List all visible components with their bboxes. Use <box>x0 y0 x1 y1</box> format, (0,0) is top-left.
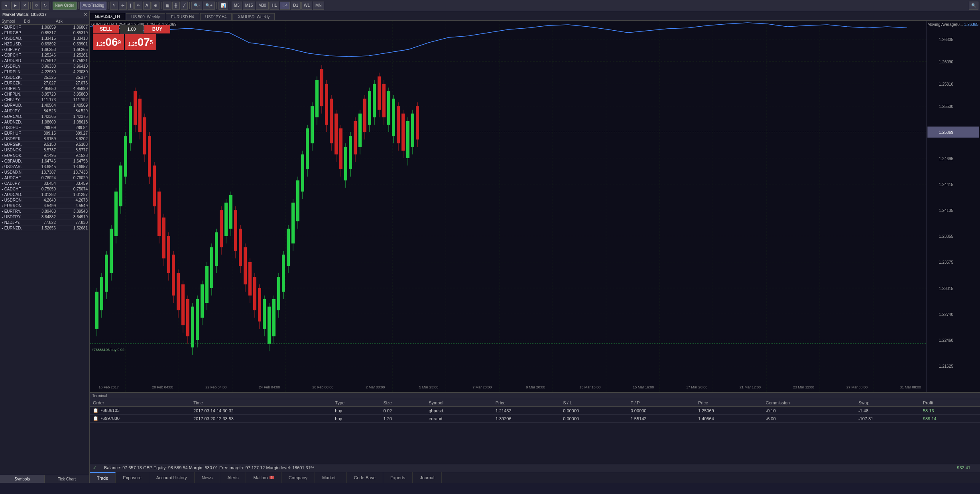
market-watch-row[interactable]: USDCZK. 25.325 25.374 <box>0 75 89 80</box>
svg-text:13 Mar 16:00: 13 Mar 16:00 <box>579 385 600 389</box>
mw-bid: 13.6845 <box>24 165 56 169</box>
bottom-tab-trade[interactable]: Trade <box>90 472 116 483</box>
bottom-tab-mailbox[interactable]: Mailbox 3 <box>246 472 281 483</box>
tf-m30[interactable]: M30 <box>256 2 268 10</box>
search-btn[interactable]: 🔍 <box>969 2 978 10</box>
bottom-tab-exposure[interactable]: Exposure <box>116 472 149 483</box>
text-tool[interactable]: A <box>143 2 151 10</box>
mw-ask: 13.6957 <box>56 165 88 169</box>
bottom-tabs: Trade Exposure Account History News Aler… <box>90 472 980 483</box>
draw-tool[interactable]: ✏ <box>134 2 142 10</box>
market-watch-row[interactable]: USDSEK. 8.9159 8.9202 <box>0 136 89 142</box>
market-watch-row[interactable]: AUDJPY. 84.526 84.529 <box>0 108 89 114</box>
market-watch-row[interactable]: EURPLN. 4.22930 4.23030 <box>0 69 89 75</box>
market-watch-row[interactable]: USDCAD. 1.33415 1.33418 <box>0 36 89 41</box>
market-watch-row[interactable]: GBPCHF. 1.25246 1.25261 <box>0 53 89 58</box>
market-watch-row[interactable]: EURHUF. 309.15 309.27 <box>0 131 89 136</box>
market-watch-row[interactable]: EURRON. 4.5499 4.5549 <box>0 203 89 209</box>
cursor-tool[interactable]: ↖ <box>110 2 118 10</box>
svg-rect-46 <box>129 106 132 143</box>
market-watch-row[interactable]: NZDUSD. 0.69892 0.69901 <box>0 41 89 47</box>
tf-m15[interactable]: M15 <box>243 2 255 10</box>
crosshair-tool[interactable]: ✛ <box>119 2 127 10</box>
tf-d1[interactable]: D1 <box>291 2 301 10</box>
market-watch-row[interactable]: GBPAUD. 1.64746 1.64758 <box>0 159 89 164</box>
market-watch-row[interactable]: USDPLN. 3.96330 3.96410 <box>0 64 89 69</box>
market-watch-row[interactable]: GBPJPY. 139.253 139.265 <box>0 47 89 53</box>
market-watch-row[interactable]: USDHUF. 289.69 289.84 <box>0 125 89 131</box>
line-tool[interactable]: | <box>128 2 134 10</box>
market-watch-row[interactable]: EURSEK. 9.5150 9.5183 <box>0 142 89 147</box>
bottom-tab-experts[interactable]: Experts <box>383 472 413 483</box>
mw-tab-tick[interactable]: Tick Chart <box>45 475 89 483</box>
refresh-btn[interactable]: ↺ <box>32 2 40 10</box>
tf-mn[interactable]: MN <box>313 2 324 10</box>
bottom-tab-account-history[interactable]: Account History <box>149 472 195 483</box>
bottom-tab-codebase[interactable]: Code Base <box>347 472 383 483</box>
zoom-in[interactable]: 🔍+ <box>203 2 215 10</box>
market-watch-row[interactable]: GBPPLN. 4.95650 4.95890 <box>0 86 89 92</box>
market-watch-row[interactable]: AUDNZD. 1.08609 1.08618 <box>0 120 89 125</box>
tf-w1[interactable]: W1 <box>301 2 312 10</box>
market-watch-row[interactable]: USDNOK. 8.5737 8.5777 <box>0 147 89 153</box>
market-watch-row[interactable]: EURNOK. 9.1495 9.1528 <box>0 153 89 159</box>
chart-type-bar[interactable]: ▦ <box>163 2 171 10</box>
bottom-tab-alerts[interactable]: Alerts <box>220 472 246 483</box>
sep8 <box>230 2 230 9</box>
market-watch-row[interactable]: EURCAD. 1.42365 1.42375 <box>0 114 89 120</box>
market-watch-row[interactable]: USDTRY. 3.64882 3.64919 <box>0 214 89 220</box>
market-watch-row[interactable]: CADJPY. 83.454 83.459 <box>0 181 89 186</box>
market-watch-row[interactable]: NZDJPY. 77.822 77.830 <box>0 220 89 225</box>
mw-symbol: EURPLN. <box>2 70 24 74</box>
market-watch-row[interactable]: USDZAR. 13.6845 13.6957 <box>0 164 89 170</box>
autotrading-button[interactable]: AutoTrading <box>80 2 106 10</box>
tf-h1[interactable]: H1 <box>270 2 279 10</box>
bottom-tab-journal[interactable]: Journal <box>413 472 442 483</box>
shape-tool[interactable]: ⊕ <box>152 2 159 10</box>
market-watch-row[interactable]: CHFJPY. 111.173 111.192 <box>0 97 89 103</box>
chart-type-line[interactable]: ╱ <box>181 2 188 10</box>
chart-tab-us500[interactable]: US.500_Weekly <box>126 13 165 20</box>
order-row[interactable]: 📋76886103 2017.03.14 14:30:32 buy 0.02 g… <box>90 407 980 415</box>
forward-btn[interactable]: ► <box>11 2 20 10</box>
order-row[interactable]: 📋76997830 2017.03.20 12:33:53 buy 1.20 e… <box>90 415 980 423</box>
market-watch-row[interactable]: EURCHF. 1.06859 1.06867 <box>0 25 89 30</box>
market-watch-row[interactable]: CADCHF. 0.75050 0.75074 <box>0 186 89 192</box>
market-watch-row[interactable]: USDRON. 4.2640 4.2678 <box>0 198 89 203</box>
bottom-tab-news[interactable]: News <box>195 472 220 483</box>
indicator-btn[interactable]: 📊 <box>218 2 228 10</box>
new-order-button[interactable]: New Order <box>53 2 77 10</box>
market-watch-row[interactable]: USDMXN. 18.7387 18.7433 <box>0 170 89 175</box>
chart-tab-usdjpy[interactable]: USDJPY.H4 <box>200 13 232 20</box>
market-watch-row[interactable]: AUDUSD. 0.75912 0.75921 <box>0 58 89 64</box>
market-watch-row[interactable]: AUDCHF. 0.76024 0.76029 <box>0 175 89 181</box>
chart-type-candle[interactable]: ╫ <box>172 2 180 10</box>
market-watch-row[interactable]: EURCZK. 27.027 27.076 <box>0 80 89 86</box>
chart-tab-gbpusd[interactable]: GBPUSD._H4 <box>90 13 125 20</box>
market-watch-row[interactable]: EURNZD. 1.52656 1.52681 <box>0 225 89 231</box>
market-watch-row[interactable]: EURTRY. 3.89463 3.89543 <box>0 209 89 214</box>
market-watch-row[interactable]: AUDCAD. 1.01282 1.01287 <box>0 192 89 198</box>
buy-button[interactable]: BUY <box>144 25 170 33</box>
bottom-tab-company[interactable]: Company <box>281 472 315 483</box>
refresh2-btn[interactable]: ↻ <box>41 2 49 10</box>
bottom-tab-market[interactable]: Market <box>315 472 347 483</box>
tf-m5[interactable]: M5 <box>232 2 242 10</box>
market-watch-row[interactable]: EURAUD. 1.40564 1.40569 <box>0 103 89 108</box>
chart-tab-xauusd[interactable]: XAUUSD_Weekly <box>232 13 275 20</box>
market-watch-row[interactable]: EURGBP. 0.85317 0.85319 <box>0 30 89 36</box>
tf-h4[interactable]: H4 <box>280 2 290 10</box>
svg-text:1.25530: 1.25530 <box>939 104 954 109</box>
mw-bid: 111.173 <box>24 98 56 102</box>
chart-canvas: GBPUSD.H4 1.25459 1.25480 1.25051 1.2506… <box>90 21 980 392</box>
chart-tab-eurusd[interactable]: EURUSD.H4 <box>166 13 199 20</box>
back-btn[interactable]: ◄ <box>2 2 10 10</box>
sell-button[interactable]: SELL <box>93 25 119 33</box>
lot-size-input[interactable] <box>120 25 144 33</box>
market-watch-row[interactable]: CHFPLN. 3.95720 3.95860 <box>0 92 89 97</box>
mw-tab-symbols[interactable]: Symbols <box>0 475 45 483</box>
mw-symbol: USDHUF. <box>2 125 24 130</box>
market-watch-close[interactable]: ✕ <box>84 12 87 17</box>
zoom-out[interactable]: 🔍- <box>191 2 202 10</box>
close-btn[interactable]: ✕ <box>21 2 29 10</box>
